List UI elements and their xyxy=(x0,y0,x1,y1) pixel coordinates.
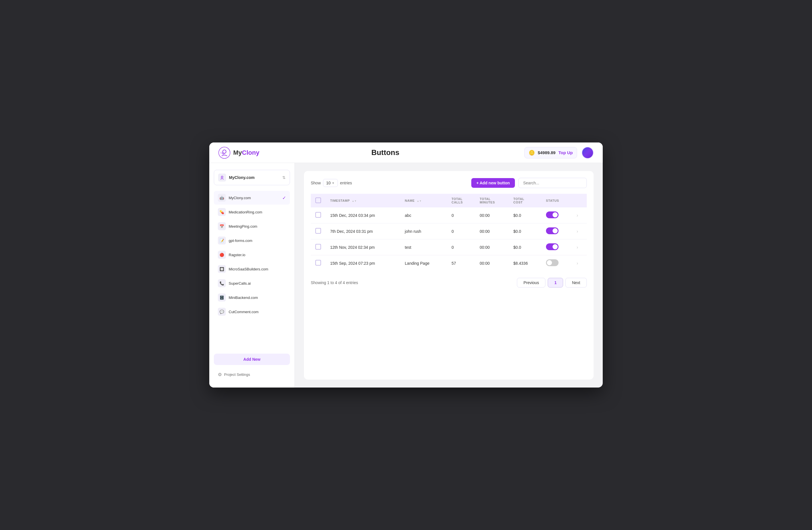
settings-label: Project Settings xyxy=(224,372,250,377)
table-body: 15th Dec, 2024 03:34 pm abc 0 00:00 $0.0… xyxy=(311,207,587,271)
main-layout: MyClony.com ⇅ 🤖 MyClony.com ✓ 💊 Medicati… xyxy=(209,163,603,387)
col-action xyxy=(572,194,587,207)
page-title: Buttons xyxy=(371,148,524,157)
topup-button[interactable]: Top Up xyxy=(558,150,573,155)
site-name: CutComment.com xyxy=(229,310,286,314)
site-name: MiniBackend.com xyxy=(229,295,286,300)
logo-icon xyxy=(218,147,230,159)
row-minutes: 00:00 xyxy=(475,239,509,255)
row-minutes: 00:00 xyxy=(475,207,509,223)
row-name: abc xyxy=(400,207,447,223)
pagination-controls: Previous 1 Next xyxy=(517,278,587,288)
row-status xyxy=(541,223,572,239)
row-checkbox-cell xyxy=(311,207,325,223)
row-calls: 0 xyxy=(447,239,475,255)
status-toggle[interactable] xyxy=(546,211,559,218)
balance-amount: $4989.89 xyxy=(538,150,556,155)
table-row: 15th Sep, 2024 07:23 pm Landing Page 57 … xyxy=(311,255,587,271)
content-area: Show 10 ▼ entries + Add new button xyxy=(295,163,603,387)
col-name: NAME ▲▼ xyxy=(400,194,447,207)
sidebar-item-MicroSaaSBuilderscom[interactable]: 🔲 MicroSaaSBuilders.com xyxy=(214,262,290,276)
data-table: TIMESTAMP ▲▼ NAME ▲▼ TOTALCALLS TOTALMIN… xyxy=(311,194,587,271)
sidebar-item-MeetingPingcom[interactable]: 📅 MeetingPing.com xyxy=(214,219,290,233)
sidebar-item-MedicationRingcom[interactable]: 💊 MedicationRing.com xyxy=(214,205,290,219)
entries-label: entries xyxy=(340,181,352,185)
site-name: gpt-forms.com xyxy=(229,238,286,243)
row-checkbox[interactable] xyxy=(315,244,321,250)
site-icon: 📞 xyxy=(218,279,226,287)
row-status xyxy=(541,207,572,223)
site-icon: 🔴 xyxy=(218,251,226,259)
status-toggle[interactable] xyxy=(546,227,559,234)
avatar[interactable] xyxy=(582,147,594,159)
site-name: Ragster.io xyxy=(229,253,286,257)
sidebar-item-Ragsterio[interactable]: 🔴 Ragster.io xyxy=(214,248,290,262)
next-button[interactable]: Next xyxy=(565,278,587,288)
site-selector[interactable]: MyClony.com ⇅ xyxy=(214,170,290,185)
header-checkbox[interactable] xyxy=(315,197,321,203)
add-new-button-table[interactable]: + Add new button xyxy=(471,178,515,188)
table-row: 15th Dec, 2024 03:34 pm abc 0 00:00 $0.0… xyxy=(311,207,587,223)
col-cost: TOTALCOST xyxy=(509,194,541,207)
sidebar-item-SuperCallsai[interactable]: 📞 SuperCalls.ai xyxy=(214,276,290,290)
row-name: john rush xyxy=(400,223,447,239)
previous-button[interactable]: Previous xyxy=(517,278,546,288)
site-name: MeetingPing.com xyxy=(229,224,286,229)
toggle-knob xyxy=(553,212,558,217)
logo-area: MyClony xyxy=(218,147,371,159)
settings-icon: ⚙ xyxy=(218,372,222,377)
project-settings[interactable]: ⚙ Project Settings xyxy=(214,368,290,381)
row-minutes: 00:00 xyxy=(475,223,509,239)
entries-value: 10 xyxy=(326,181,331,185)
sidebar-item-CutCommentcom[interactable]: 💬 CutComment.com xyxy=(214,305,290,319)
site-name: SuperCalls.ai xyxy=(229,281,286,285)
search-input[interactable] xyxy=(518,178,587,188)
site-name: MicroSaaSBuilders.com xyxy=(229,267,286,271)
page-1-button[interactable]: 1 xyxy=(548,278,563,288)
row-checkbox[interactable] xyxy=(315,260,321,266)
sidebar-item-gptformscom[interactable]: 📝 gpt-forms.com xyxy=(214,234,290,247)
row-cost: $0.0 xyxy=(509,239,541,255)
status-toggle[interactable] xyxy=(546,244,559,250)
row-checkbox[interactable] xyxy=(315,228,321,234)
site-icon: 🗄️ xyxy=(218,294,226,301)
topbar-right: 🪙 $4989.89 Top Up xyxy=(524,147,594,159)
col-minutes: TOTALMINUTES xyxy=(475,194,509,207)
sidebar-item-MiniBackendcom[interactable]: 🗄️ MiniBackend.com xyxy=(214,291,290,304)
site-icon: 💊 xyxy=(218,208,226,216)
chevron-right-icon[interactable]: › xyxy=(577,213,578,218)
site-icon: 🔲 xyxy=(218,265,226,273)
svg-point-2 xyxy=(222,152,223,153)
table-actions: + Add new button xyxy=(471,178,587,188)
row-calls: 57 xyxy=(447,255,475,271)
add-new-button[interactable]: Add New xyxy=(214,354,290,365)
table-controls: Show 10 ▼ entries + Add new button xyxy=(311,178,587,188)
sort-icon: ▲▼ xyxy=(352,200,357,202)
row-action: › xyxy=(572,223,587,239)
status-toggle[interactable] xyxy=(546,259,559,266)
svg-point-4 xyxy=(221,178,222,178)
row-timestamp: 15th Dec, 2024 03:34 pm xyxy=(325,207,400,223)
chevron-right-icon[interactable]: › xyxy=(577,245,578,250)
site-icon: 📅 xyxy=(218,222,226,230)
chevron-right-icon[interactable]: › xyxy=(577,261,578,266)
show-label: Show xyxy=(311,181,321,185)
showing-text: Showing 1 to 4 of 4 entries xyxy=(311,280,358,285)
chevron-right-icon[interactable]: › xyxy=(577,229,578,234)
site-name: MedicationRing.com xyxy=(229,210,286,214)
row-checkbox-cell xyxy=(311,255,325,271)
entries-select[interactable]: 10 ▼ xyxy=(323,179,337,187)
col-calls: TOTALCALLS xyxy=(447,194,475,207)
toggle-knob xyxy=(553,244,558,249)
row-action: › xyxy=(572,239,587,255)
wallet-icon: 🪙 xyxy=(528,150,535,156)
sidebar-item-MyClonycom[interactable]: 🤖 MyClony.com ✓ xyxy=(214,191,290,205)
row-checkbox[interactable] xyxy=(315,212,321,218)
site-icon: 🤖 xyxy=(218,194,226,202)
main-card: Show 10 ▼ entries + Add new button xyxy=(304,171,594,380)
row-timestamp: 7th Dec, 2024 03:31 pm xyxy=(325,223,400,239)
site-list: 🤖 MyClony.com ✓ 💊 MedicationRing.com 📅 M… xyxy=(214,191,290,349)
show-entries: Show 10 ▼ entries xyxy=(311,179,352,187)
row-cost: $0.0 xyxy=(509,223,541,239)
col-status: STATUS xyxy=(541,194,572,207)
